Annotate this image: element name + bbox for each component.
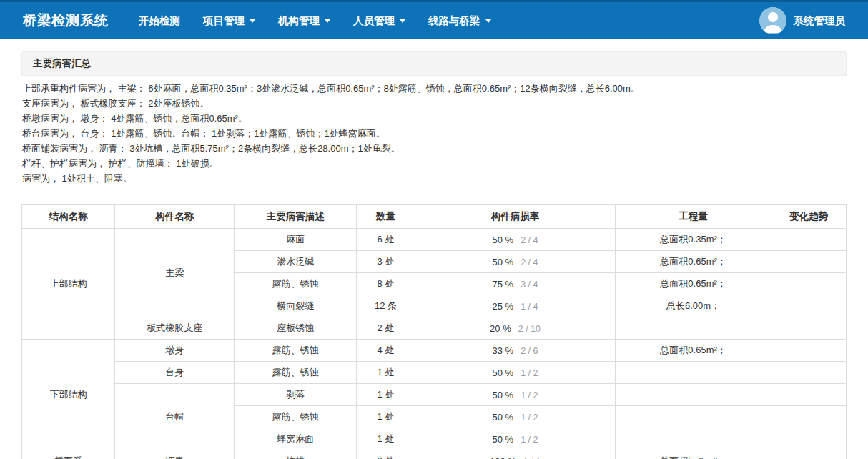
table-cell: 50 %1 / 2 bbox=[415, 362, 615, 384]
damage-rate-value: 75 % bbox=[493, 279, 514, 290]
damage-rate-value: 50 % bbox=[493, 412, 514, 423]
table-cell bbox=[771, 273, 847, 295]
table-row: 上部结构主梁麻面6 处50 %2 / 4总面积0.35m²； bbox=[22, 229, 847, 251]
summary-line: 桥台病害为， 台身： 1处露筋、锈蚀。台帽： 1处剥落；1处露筋、锈蚀；1处蜂窝… bbox=[22, 126, 846, 141]
damage-rate-value: 33 % bbox=[493, 345, 514, 356]
damage-rate-fraction: 2 / 4 bbox=[521, 257, 538, 267]
column-header: 构件病损率 bbox=[415, 205, 615, 229]
damage-rate-fraction: 2 / 4 bbox=[521, 235, 538, 245]
table-cell bbox=[771, 229, 847, 251]
nav-item-routes-and-bridges[interactable]: 线路与桥梁 bbox=[417, 2, 503, 39]
summary-line: 病害为， 1处积土、阻塞。 bbox=[22, 171, 846, 186]
damage-rate-fraction: 1 / 4 bbox=[521, 302, 538, 312]
table-cell: 50 %1 / 2 bbox=[415, 384, 615, 406]
column-header: 结构名称 bbox=[22, 205, 115, 229]
table-cell: 蜂窝麻面 bbox=[235, 428, 357, 450]
table-cell: 麻面 bbox=[235, 229, 357, 251]
nav-item-label: 开始检测 bbox=[139, 14, 180, 28]
table-cell: 总面积0.65m²； bbox=[616, 273, 771, 295]
table-cell: 台帽 bbox=[115, 384, 235, 450]
panel-title: 主要病害汇总 bbox=[21, 51, 847, 76]
table-cell: 板式橡胶支座 bbox=[115, 317, 235, 340]
table-cell bbox=[616, 362, 771, 384]
table-cell: 3 处 bbox=[357, 450, 415, 459]
table-cell: 总面积0.65m²； bbox=[616, 251, 771, 273]
table-cell: 50 %2 / 4 bbox=[415, 251, 615, 273]
table-cell bbox=[771, 362, 847, 384]
defect-summary-table: 结构名称构件名称主要病害描述数量构件病损率工程量变化趋势 上部结构主梁麻面6 处… bbox=[21, 204, 847, 459]
chevron-down-icon bbox=[325, 19, 330, 23]
summary-line: 桥面铺装病害为， 沥青： 3处坑槽，总面积5.75m²；2条横向裂缝，总长28.… bbox=[22, 141, 846, 156]
column-header: 构件名称 bbox=[115, 205, 235, 229]
app-title[interactable]: 桥梁检测系统 bbox=[0, 11, 119, 30]
table-cell: 露筋、锈蚀 bbox=[235, 273, 357, 295]
table-cell: 总面积0.35m²； bbox=[616, 229, 771, 251]
nav-item-label: 机构管理 bbox=[278, 14, 320, 28]
table-cell: 坑槽 bbox=[235, 450, 357, 459]
chevron-down-icon bbox=[400, 19, 405, 23]
table-cell: 总面积0.65m²； bbox=[616, 340, 771, 362]
table-cell: 台身 bbox=[115, 362, 235, 384]
table-cell: 33 %2 / 6 bbox=[415, 340, 615, 362]
table-row: 桥面系沥青坑槽3 处100 %1 / 1总面积5.75m²； bbox=[22, 450, 847, 459]
table-cell: 1 处 bbox=[357, 428, 415, 450]
user-menu[interactable]: 系统管理员 bbox=[759, 7, 868, 34]
nav-item-label: 线路与桥梁 bbox=[428, 14, 480, 28]
chevron-down-icon bbox=[485, 19, 491, 23]
damage-rate-value: 25 % bbox=[493, 301, 514, 312]
defect-summary: 上部承重构件病害为， 主梁： 6处麻面，总面积0.35m²；3处渗水泛碱，总面积… bbox=[21, 76, 847, 186]
table-cell: 露筋、锈蚀 bbox=[235, 406, 357, 428]
table-cell: 墩身 bbox=[115, 340, 235, 362]
damage-rate-fraction: 3 / 4 bbox=[521, 280, 538, 290]
table-cell: 剥落 bbox=[235, 384, 357, 406]
user-name: 系统管理员 bbox=[794, 14, 846, 28]
table-cell: 6 处 bbox=[357, 229, 415, 251]
column-header: 主要病害描述 bbox=[235, 205, 357, 229]
table-cell: 桥面系 bbox=[22, 450, 115, 459]
table-cell: 露筋、锈蚀 bbox=[235, 362, 357, 384]
table-cell: 下部结构 bbox=[22, 340, 115, 450]
table-cell bbox=[771, 406, 847, 428]
table-cell bbox=[771, 295, 847, 317]
summary-line: 支座病害为， 板式橡胶支座： 2处座板锈蚀。 bbox=[22, 96, 846, 111]
user-icon bbox=[759, 7, 786, 34]
damage-rate-value: 20 % bbox=[490, 323, 511, 334]
damage-rate-fraction: 1 / 2 bbox=[521, 368, 538, 378]
table-cell bbox=[771, 450, 847, 459]
table-cell bbox=[616, 406, 771, 428]
table-cell bbox=[616, 317, 771, 340]
table-cell: 50 %2 / 4 bbox=[415, 229, 615, 251]
column-header: 变化趋势 bbox=[771, 205, 847, 229]
table-cell bbox=[616, 384, 771, 406]
damage-rate-value: 50 % bbox=[493, 390, 514, 400]
main-content: 主要病害汇总 上部承重构件病害为， 主梁： 6处麻面，总面积0.35m²；3处渗… bbox=[21, 51, 847, 459]
table-cell: 12 条 bbox=[357, 295, 415, 317]
table-cell: 沥青 bbox=[115, 450, 235, 459]
table-cell: 50 %1 / 2 bbox=[415, 428, 615, 450]
damage-rate-value: 50 % bbox=[493, 434, 514, 445]
table-header-row: 结构名称构件名称主要病害描述数量构件病损率工程量变化趋势 bbox=[22, 205, 847, 229]
table-cell: 1 处 bbox=[357, 406, 415, 428]
damage-rate-value: 100 % bbox=[490, 456, 516, 459]
nav-item-start-inspection[interactable]: 开始检测 bbox=[127, 2, 192, 39]
nav-item-organization-management[interactable]: 机构管理 bbox=[267, 2, 342, 39]
table-cell: 座板锈蚀 bbox=[235, 317, 357, 340]
table-row: 台身露筋、锈蚀1 处50 %1 / 2 bbox=[22, 362, 847, 384]
table-cell: 主梁 bbox=[115, 229, 235, 317]
table-cell bbox=[771, 317, 847, 340]
table-row: 台帽剥落1 处50 %1 / 2 bbox=[22, 384, 847, 406]
table-cell: 8 处 bbox=[357, 273, 415, 295]
damage-rate-fraction: 1 / 2 bbox=[521, 390, 538, 400]
table-row: 板式橡胶支座座板锈蚀2 处20 %2 / 10 bbox=[22, 317, 847, 340]
table-row: 下部结构墩身露筋、锈蚀4 处33 %2 / 6总面积0.65m²； bbox=[22, 340, 847, 362]
damage-rate-value: 50 % bbox=[493, 235, 514, 245]
summary-line: 栏杆、护栏病害为， 护栏、防撞墙： 1处破损。 bbox=[22, 156, 846, 171]
damage-rate-fraction: 1 / 1 bbox=[523, 457, 541, 459]
main-menu: 开始检测 项目管理 机构管理 人员管理 线路与桥梁 bbox=[127, 2, 503, 39]
table-cell: 75 %3 / 4 bbox=[415, 273, 615, 295]
damage-rate-value: 50 % bbox=[493, 257, 514, 267]
table-cell bbox=[771, 384, 847, 406]
nav-item-personnel-management[interactable]: 人员管理 bbox=[342, 2, 417, 39]
table-cell bbox=[771, 428, 847, 450]
nav-item-project-management[interactable]: 项目管理 bbox=[192, 2, 267, 39]
